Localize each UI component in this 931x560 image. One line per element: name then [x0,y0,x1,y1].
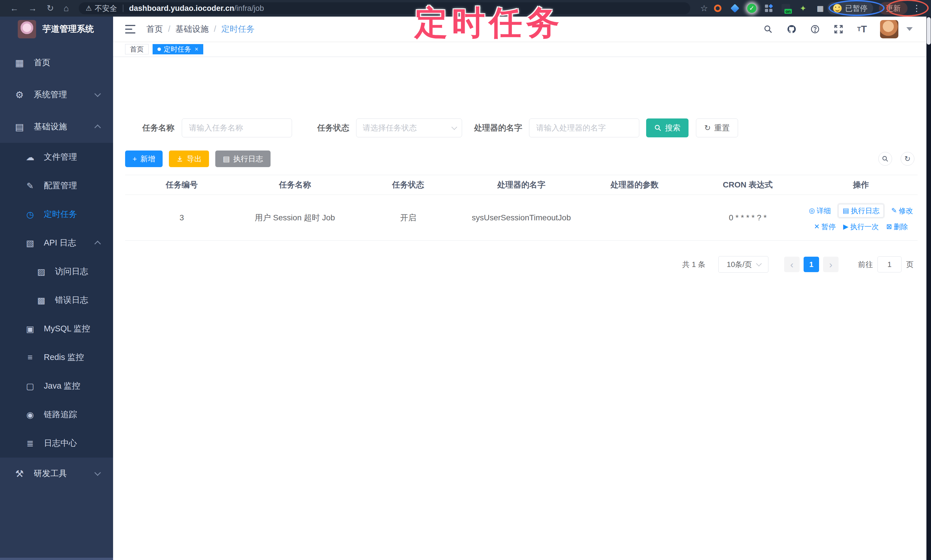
extension-sparkle-icon[interactable]: ✦ [798,3,808,13]
edit-link[interactable]: ✎修改 [891,206,913,215]
extension-green-check-icon[interactable]: ✓ [747,4,756,13]
col-handler-name: 处理器的名字 [465,179,578,190]
breadcrumb-infrastructure[interactable]: 基础设施 [176,23,209,35]
detail-link[interactable]: ◎详细 [809,206,831,215]
prev-page-button[interactable]: ‹ [784,257,800,272]
handler-name-label: 处理器的名字 [474,123,522,133]
mysql-icon: ▣ [24,324,36,334]
page-unit-label: 页 [906,260,914,269]
col-operations: 操作 [805,179,917,190]
github-icon[interactable] [786,24,797,35]
app-logo[interactable]: 芋道管理系统 [0,17,113,42]
delete-link[interactable]: ⊠删除 [886,222,908,231]
active-tag-dot [157,48,161,51]
error-log-icon: ▩ [35,295,47,305]
forward-icon[interactable]: → [23,4,42,12]
reload-icon[interactable]: ↻ [42,4,59,12]
pause-link[interactable]: ✕暂停 [814,222,835,231]
sidebar-item-tracing[interactable]: ◉ 链路追踪 [0,400,113,429]
sidebar-item-redis-monitor[interactable]: ≡ Redis 监控 [0,343,113,372]
breadcrumb-home[interactable]: 首页 [146,23,163,35]
sidebar-item-dev-tools[interactable]: ⚒ 研发工具 [0,458,113,489]
security-label[interactable]: 不安全 [95,3,117,14]
annotation-title: 定时任务 [415,1,563,45]
cell-handler-name: sysUserSessionTimeoutJob [465,212,578,224]
extension-grid-icon[interactable] [764,3,774,13]
timer-icon: ◷ [24,209,36,220]
chevron-up-icon [94,125,101,131]
app-logo-avatar [18,20,36,38]
extensions-puzzle-icon[interactable]: ▦ [815,3,825,13]
table-toolbar: + 新增 导出 ▤ 执行日志 ↻ [125,151,914,167]
hamburger-icon[interactable] [125,25,136,34]
sidebar-item-java-monitor[interactable]: ▢ Java 监控 [0,372,113,400]
close-icon[interactable]: × [195,46,199,53]
back-icon[interactable]: ← [5,4,23,12]
home-icon[interactable]: ⌂ [59,4,74,12]
user-avatar[interactable] [880,20,899,38]
fullscreen-icon[interactable] [833,24,844,35]
extension-paused-chip[interactable]: 已暂停 [827,2,873,15]
sidebar-item-api-log[interactable]: ▧ API 日志 [0,229,113,257]
browser-menu-kebab-icon[interactable]: ⋮ [908,4,926,12]
tag-scheduled-jobs[interactable]: 定时任务 × [153,44,203,54]
navbar-actions: TT [763,20,913,38]
sidebar-item-infrastructure[interactable]: ▤ 基础设施 [0,111,113,143]
sidebar-item-config-management[interactable]: ✎ 配置管理 [0,171,113,200]
cell-job-status: 开启 [351,212,465,223]
handler-name-input[interactable] [529,118,639,137]
address-divider [123,5,123,12]
eye-trace-icon: ◉ [24,410,36,420]
extension-on-badge-icon[interactable]: on [781,3,791,13]
sidebar-item-home[interactable]: ▦ 首页 [0,47,113,79]
reset-button[interactable]: ↻ 重置 [696,118,738,137]
sidebar: 芋道管理系统 ▦ 首页 ⚙ 系统管理 ▤ 基础设施 ☁ 文件管理 [0,17,113,560]
sidebar-item-error-log[interactable]: ▩ 错误日志 [0,286,113,314]
search-icon[interactable] [763,24,774,35]
avatar-caret-down-icon[interactable] [906,27,913,31]
gear-icon: ⚙ [14,89,25,100]
bookmark-star-icon[interactable]: ☆ [695,4,713,12]
sidebar-item-log-center[interactable]: ≣ 日志中心 [0,429,113,458]
toggle-search-button[interactable] [878,152,892,166]
goto-label: 前往 [858,260,873,269]
extension-orange-ring-icon[interactable] [713,3,723,13]
font-size-icon[interactable]: TT [857,24,868,35]
breadcrumb: 首页 / 基础设施 / 定时任务 [146,23,254,35]
sidebar-item-system[interactable]: ⚙ 系统管理 [0,79,113,111]
run-once-link[interactable]: ▶执行一次 [843,222,879,231]
row-job-log-link[interactable]: ▤执行日志 [838,204,884,217]
job-status-label: 任务状态 [317,123,349,133]
address-bar[interactable]: ⚠ 不安全 dashboard.yudao.iocoder.cn/infra/j… [79,2,690,14]
cell-cron: 0 * * * * ? * [691,213,804,222]
sidebar-item-scheduled-jobs[interactable]: ◷ 定时任务 [0,200,113,229]
page-size-select[interactable]: 10条/页 [718,256,768,273]
browser-update-button[interactable]: 更新 [879,2,908,15]
search-button[interactable]: 搜索 [646,118,689,137]
cell-job-id: 3 [125,213,238,222]
scrollbar-track[interactable] [926,17,931,560]
help-question-icon[interactable] [809,24,820,35]
page-1-button[interactable]: 1 [804,257,819,272]
edit-icon: ✎ [24,181,36,191]
screen: ← → ↻ ⌂ ⚠ 不安全 dashboard.yudao.iocoder.cn… [0,0,931,560]
job-log-button[interactable]: ▤ 执行日志 [215,151,271,167]
refresh-table-button[interactable]: ↻ [901,152,914,166]
export-button[interactable]: 导出 [169,151,209,167]
sidebar-item-file-management[interactable]: ☁ 文件管理 [0,143,113,171]
col-job-id: 任务编号 [125,179,238,190]
tag-home[interactable]: 首页 [125,44,149,54]
extension-blue-gem-icon[interactable] [730,3,740,13]
chevron-down-icon [94,469,101,476]
goto-page-input[interactable] [877,256,902,272]
next-page-button[interactable]: › [823,257,839,272]
sidebar-item-mysql-monitor[interactable]: ▣ MySQL 监控 [0,314,113,343]
log-list-icon: ▤ [223,154,230,163]
job-name-input[interactable] [182,118,292,137]
add-button[interactable]: + 新增 [125,151,163,167]
scrollbar-thumb[interactable] [927,17,931,45]
job-status-select[interactable]: 请选择任务状态 [356,118,462,137]
sidebar-scrollbar[interactable] [0,558,113,560]
sidebar-item-access-log[interactable]: ▨ 访问日志 [0,257,113,286]
paused-label: 已暂停 [845,3,868,14]
